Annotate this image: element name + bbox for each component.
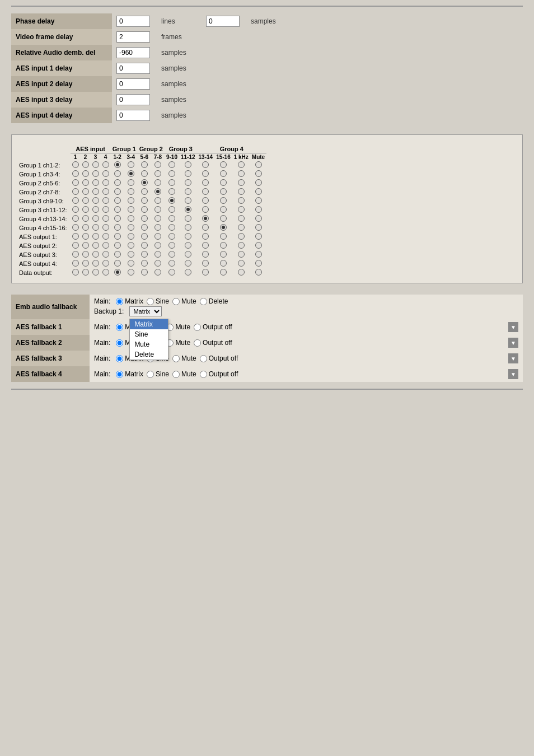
matrix-radio-2-11[interactable] — [220, 179, 227, 186]
matrix-cell-1-13[interactable] — [250, 170, 266, 179]
matrix-radio-10-13[interactable] — [255, 251, 262, 258]
matrix-cell-1-12[interactable] — [232, 170, 250, 179]
matrix-cell-7-13[interactable] — [250, 223, 266, 232]
delay-input1-4[interactable] — [116, 78, 150, 90]
matrix-cell-7-6[interactable] — [138, 223, 151, 232]
fb-aes-output-off-radio-4[interactable] — [200, 371, 207, 378]
matrix-cell-10-7[interactable] — [151, 250, 165, 259]
matrix-radio-10-0[interactable] — [72, 251, 79, 258]
matrix-radio-0-7[interactable] — [154, 161, 161, 168]
matrix-cell-7-5[interactable] — [124, 223, 138, 232]
matrix-radio-7-8[interactable] — [168, 224, 175, 231]
matrix-radio-10-7[interactable] — [154, 251, 161, 258]
fb-aes-mute-label-1[interactable]: Mute — [166, 323, 190, 331]
matrix-cell-7-3[interactable] — [101, 223, 111, 232]
matrix-cell-11-5[interactable] — [124, 259, 138, 268]
matrix-radio-9-0[interactable] — [72, 242, 79, 249]
matrix-radio-1-8[interactable] — [168, 170, 175, 177]
matrix-cell-9-5[interactable] — [124, 241, 138, 250]
matrix-radio-8-1[interactable] — [82, 233, 89, 240]
matrix-cell-10-5[interactable] — [124, 250, 138, 259]
fb-aes-mute-label-4[interactable]: Mute — [172, 370, 196, 378]
matrix-radio-5-5[interactable] — [128, 206, 134, 213]
delay-value1-2[interactable] — [112, 45, 157, 60]
matrix-cell-10-3[interactable] — [101, 250, 111, 259]
matrix-radio-10-12[interactable] — [238, 251, 245, 258]
matrix-cell-8-9[interactable] — [179, 232, 197, 241]
matrix-cell-4-13[interactable] — [250, 197, 266, 206]
matrix-cell-8-10[interactable] — [197, 232, 215, 241]
matrix-radio-11-9[interactable] — [185, 260, 191, 267]
matrix-radio-0-13[interactable] — [255, 161, 262, 168]
matrix-cell-9-4[interactable] — [111, 241, 124, 250]
matrix-radio-5-2[interactable] — [92, 206, 99, 213]
matrix-cell-5-10[interactable] — [197, 206, 215, 214]
matrix-cell-6-0[interactable] — [71, 214, 81, 223]
delay-value1-4[interactable] — [112, 76, 157, 92]
matrix-radio-12-9[interactable] — [185, 269, 191, 276]
matrix-cell-12-6[interactable] — [138, 268, 151, 277]
matrix-radio-9-11[interactable] — [220, 242, 227, 249]
matrix-radio-8-4[interactable] — [114, 233, 121, 240]
matrix-cell-8-6[interactable] — [138, 232, 151, 241]
delay-input1-0[interactable] — [116, 16, 150, 27]
matrix-cell-0-6[interactable] — [138, 161, 151, 170]
matrix-cell-5-0[interactable] — [71, 206, 81, 214]
matrix-radio-5-11[interactable] — [220, 206, 227, 213]
fb-aes-matrix-radio-2[interactable] — [116, 339, 123, 347]
matrix-radio-1-6[interactable] — [141, 170, 148, 177]
matrix-radio-5-1[interactable] — [82, 206, 89, 213]
matrix-cell-12-10[interactable] — [197, 268, 215, 277]
matrix-radio-9-4[interactable] — [114, 242, 121, 249]
matrix-radio-10-5[interactable] — [128, 251, 134, 258]
matrix-cell-9-6[interactable] — [138, 241, 151, 250]
matrix-cell-7-12[interactable] — [232, 223, 250, 232]
fb-aes-arrow-4[interactable]: ▼ — [508, 369, 518, 379]
matrix-cell-10-12[interactable] — [232, 250, 250, 259]
matrix-cell-8-3[interactable] — [101, 232, 111, 241]
matrix-cell-1-11[interactable] — [214, 170, 232, 179]
matrix-radio-5-6[interactable] — [141, 206, 148, 213]
matrix-radio-2-9[interactable] — [185, 179, 191, 186]
matrix-radio-0-8[interactable] — [168, 161, 175, 168]
matrix-cell-6-11[interactable] — [214, 214, 232, 223]
matrix-cell-6-1[interactable] — [81, 214, 91, 223]
matrix-cell-3-3[interactable] — [101, 188, 111, 197]
matrix-cell-1-9[interactable] — [179, 170, 197, 179]
matrix-radio-2-2[interactable] — [92, 179, 99, 186]
matrix-radio-6-2[interactable] — [92, 215, 99, 222]
matrix-cell-1-2[interactable] — [91, 170, 101, 179]
matrix-radio-9-1[interactable] — [82, 242, 89, 249]
matrix-radio-0-12[interactable] — [238, 161, 245, 168]
matrix-radio-7-12[interactable] — [238, 224, 245, 231]
matrix-cell-5-5[interactable] — [124, 206, 138, 214]
matrix-radio-2-13[interactable] — [255, 179, 262, 186]
matrix-cell-3-10[interactable] — [197, 188, 215, 197]
matrix-cell-2-6[interactable] — [138, 179, 151, 188]
matrix-cell-4-1[interactable] — [81, 197, 91, 206]
matrix-radio-4-6[interactable] — [141, 197, 148, 204]
matrix-cell-12-1[interactable] — [81, 268, 91, 277]
matrix-radio-8-10[interactable] — [202, 233, 209, 240]
matrix-cell-5-3[interactable] — [101, 206, 111, 214]
matrix-cell-7-11[interactable] — [214, 223, 232, 232]
matrix-cell-0-0[interactable] — [71, 161, 81, 170]
matrix-radio-2-6[interactable] — [141, 179, 148, 186]
fb-emb-radio-delete[interactable] — [200, 298, 207, 305]
matrix-radio-3-3[interactable] — [102, 188, 109, 195]
matrix-radio-6-3[interactable] — [102, 215, 109, 222]
fb-aes-output-off-radio-3[interactable] — [200, 355, 207, 362]
matrix-cell-5-11[interactable] — [214, 206, 232, 214]
matrix-cell-10-13[interactable] — [250, 250, 266, 259]
matrix-radio-4-7[interactable] — [154, 197, 161, 204]
matrix-cell-2-10[interactable] — [197, 179, 215, 188]
matrix-cell-1-0[interactable] — [71, 170, 81, 179]
matrix-radio-12-8[interactable] — [168, 269, 175, 276]
matrix-radio-2-12[interactable] — [238, 179, 245, 186]
matrix-radio-9-2[interactable] — [92, 242, 99, 249]
matrix-radio-3-7[interactable] — [154, 188, 161, 195]
fb-backup-dropdown-item-matrix[interactable]: Matrix — [130, 319, 168, 329]
matrix-cell-2-8[interactable] — [165, 179, 179, 188]
matrix-cell-11-12[interactable] — [232, 259, 250, 268]
matrix-cell-8-7[interactable] — [151, 232, 165, 241]
